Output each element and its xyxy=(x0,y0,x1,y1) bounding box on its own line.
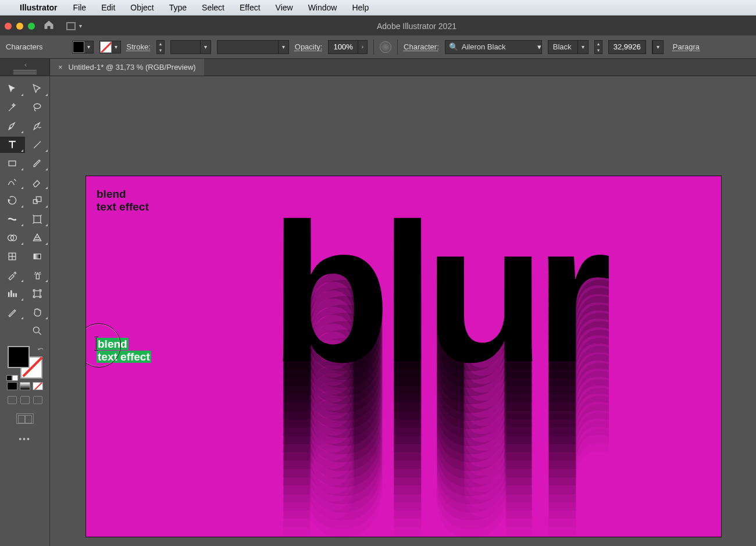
opacity-input[interactable]: 100%› xyxy=(328,40,368,54)
stroke-swatch[interactable]: ▾ xyxy=(99,41,121,53)
artboard-blur-artwork: blurblurblurblurblurblurblurblurblurblur… xyxy=(270,194,654,531)
swap-fill-stroke-icon[interactable]: ⤺ xyxy=(38,345,44,353)
line-tool[interactable] xyxy=(25,137,50,153)
gradient-tool[interactable] xyxy=(25,248,50,265)
type-tool[interactable] xyxy=(0,137,25,153)
menu-file[interactable]: File xyxy=(66,3,94,12)
search-icon: 🔍 xyxy=(445,42,462,51)
menu-help[interactable]: Help xyxy=(344,3,376,12)
width-tool[interactable] xyxy=(0,211,25,227)
svg-rect-5 xyxy=(34,216,41,223)
character-label[interactable]: Character: xyxy=(404,42,439,51)
paintbrush-tool[interactable] xyxy=(25,155,50,172)
window-zoom-button[interactable] xyxy=(28,23,35,30)
direct-selection-tool[interactable] xyxy=(25,81,50,97)
stroke-weight-stepper[interactable]: ▴▾ xyxy=(156,40,165,54)
slice-tool[interactable] xyxy=(0,304,25,320)
artboard-text-label: blend text effect xyxy=(97,188,149,213)
tab-close-icon[interactable]: × xyxy=(58,63,63,72)
svg-rect-10 xyxy=(36,274,39,279)
edit-toolbar-button[interactable]: ••• xyxy=(0,434,49,444)
font-family-dropdown[interactable]: 🔍 Aileron Black ▾ xyxy=(445,40,542,54)
font-style-dropdown[interactable]: Black▾ xyxy=(548,40,589,54)
free-transform-tool[interactable] xyxy=(25,211,50,227)
rectangle-tool[interactable] xyxy=(0,155,25,172)
screen-mode-button[interactable] xyxy=(16,413,34,424)
font-size-stepper[interactable]: ▴▾ xyxy=(594,40,602,54)
menu-object[interactable]: Object xyxy=(123,3,161,12)
draw-inside[interactable] xyxy=(33,396,42,404)
app-title: Adobe Illustrator 2021 xyxy=(82,22,751,31)
tab-title: Untitled-1* @ 31,73 % (RGB/Preview) xyxy=(69,63,196,72)
scale-tool[interactable] xyxy=(25,192,50,209)
pen-tool[interactable] xyxy=(0,118,25,134)
magic-wand-tool[interactable] xyxy=(0,99,25,116)
menu-select[interactable]: Select xyxy=(194,3,232,12)
draw-behind[interactable] xyxy=(20,396,30,404)
color-mode-solid[interactable] xyxy=(7,382,17,390)
menu-window[interactable]: Window xyxy=(301,3,345,12)
color-mode-row xyxy=(0,382,49,390)
tools-panel: ⤺ ••• xyxy=(0,76,50,546)
panel-collapse-handle[interactable]: ‹‹ xyxy=(0,59,50,76)
color-mode-none[interactable] xyxy=(33,382,43,390)
mesh-tool[interactable] xyxy=(0,248,25,265)
menu-type[interactable]: Type xyxy=(162,3,194,12)
artboard-tool[interactable] xyxy=(25,286,50,302)
svg-point-12 xyxy=(33,327,39,333)
app-name[interactable]: Illustrator xyxy=(12,3,66,12)
lasso-tool[interactable] xyxy=(25,99,50,116)
fill-stroke-indicator[interactable]: ⤺ xyxy=(8,346,42,379)
zoom-tool[interactable] xyxy=(25,323,50,339)
shape-builder-tool[interactable] xyxy=(0,230,25,246)
svg-point-0 xyxy=(34,104,41,108)
shaper-tool[interactable] xyxy=(0,174,25,190)
document-tab-row: ‹‹ × Untitled-1* @ 31,73 % (RGB/Preview) xyxy=(0,59,756,76)
curvature-tool[interactable] xyxy=(25,118,50,134)
symbol-sprayer-tool[interactable] xyxy=(25,267,50,283)
document-tab[interactable]: × Untitled-1* @ 31,73 % (RGB/Preview) xyxy=(50,59,204,76)
menu-effect[interactable]: Effect xyxy=(232,3,268,12)
fill-swatch[interactable]: ▾ xyxy=(72,41,94,53)
column-graph-tool[interactable] xyxy=(0,286,25,302)
paragraph-label[interactable]: Paragra xyxy=(673,42,700,51)
stroke-label[interactable]: Stroke: xyxy=(127,42,151,51)
font-family-value: Aileron Black xyxy=(462,42,537,51)
selection-tool[interactable] xyxy=(0,81,25,97)
home-icon[interactable] xyxy=(43,19,55,33)
text-cursor-icon xyxy=(96,338,97,349)
opacity-label[interactable]: Opacity: xyxy=(295,42,323,51)
svg-rect-2 xyxy=(9,161,16,166)
main-area: ⤺ ••• blend text effect blurblurblurblur… xyxy=(0,76,756,546)
canvas[interactable]: blend text effect blurblurblurblurblurbl… xyxy=(50,76,756,546)
color-mode-gradient[interactable] xyxy=(20,382,30,390)
draw-normal[interactable] xyxy=(8,396,17,404)
control-bar: Characters ▾ ▾ Stroke: ▴▾ ▾ ▾ Opacity: 1… xyxy=(0,35,756,59)
window-minimize-button[interactable] xyxy=(16,23,23,30)
menu-edit[interactable]: Edit xyxy=(94,3,123,12)
app-titlebar: ▾ Adobe Illustrator 2021 xyxy=(0,16,756,35)
selection-context-label: Characters xyxy=(6,42,43,51)
font-size-input[interactable]: 32,9926 xyxy=(608,40,646,54)
window-traffic-lights xyxy=(5,23,35,30)
hand-tool[interactable] xyxy=(25,304,50,320)
perspective-tool[interactable] xyxy=(25,230,50,246)
vsp-dropdown[interactable]: ▾ xyxy=(217,40,289,54)
default-fill-stroke-icon[interactable] xyxy=(6,375,18,381)
svg-rect-11 xyxy=(34,291,40,297)
font-size-dropdown[interactable]: ▾ xyxy=(652,40,664,54)
draw-mode-row xyxy=(0,396,49,404)
arrange-documents-button[interactable]: ▾ xyxy=(66,22,82,30)
svg-rect-9 xyxy=(34,254,41,259)
eyedropper-tool[interactable] xyxy=(0,267,25,283)
window-close-button[interactable] xyxy=(5,23,12,30)
mac-menubar: Illustrator File Edit Object Type Select… xyxy=(0,0,756,16)
recolor-icon[interactable] xyxy=(380,41,391,53)
eraser-tool[interactable] xyxy=(25,174,50,190)
menu-view[interactable]: View xyxy=(268,3,301,12)
rotate-tool[interactable] xyxy=(0,192,25,209)
artboard[interactable]: blend text effect blurblurblurblurblurbl… xyxy=(86,176,721,537)
stroke-weight-dropdown[interactable]: ▾ xyxy=(170,40,211,54)
fill-color-swatch[interactable] xyxy=(8,346,30,368)
